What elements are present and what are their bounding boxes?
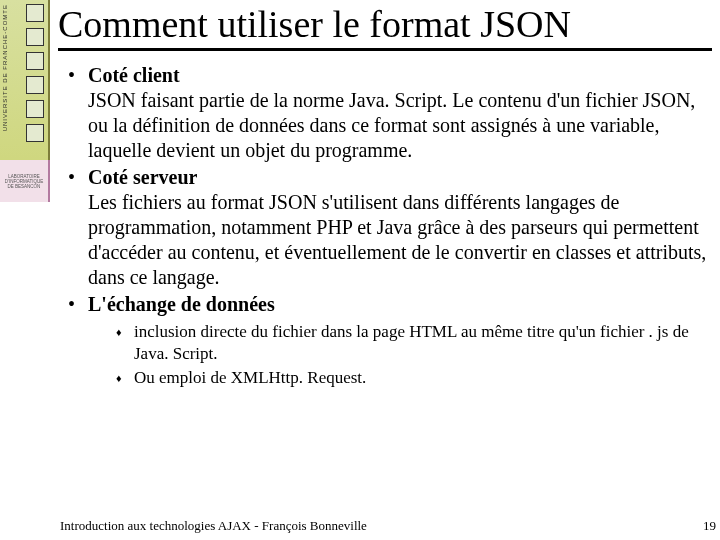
sidebar-ornament-icon	[26, 76, 44, 94]
slide-content: Comment utiliser le format JSON Coté cli…	[50, 0, 720, 540]
slide-title: Comment utiliser le format JSON	[58, 4, 712, 51]
bullet-head: Coté client	[88, 63, 712, 88]
bullet-item: L'échange de données inclusion directe d…	[68, 292, 712, 389]
sidebar-lab-label: LABORATOIRE D'INFORMATIQUE DE BESANCON	[2, 174, 46, 189]
sidebar-icon-stack	[26, 4, 44, 142]
bullet-item: Coté client JSON faisant partie de la no…	[68, 63, 712, 163]
sub-bullet-item: Ou emploi de XMLHttp. Request.	[116, 367, 712, 389]
sidebar-institution-label: UNIVERSITE DE FRANCHE-COMTE	[2, 4, 8, 131]
bullet-head: L'échange de données	[88, 292, 712, 317]
sidebar-spacer	[0, 202, 50, 540]
page-number: 19	[703, 518, 720, 534]
bullet-item: Coté serveur Les fichiers au format JSON…	[68, 165, 712, 290]
sidebar-institution-block: UNIVERSITE DE FRANCHE-COMTE	[0, 0, 50, 160]
sidebar-ornament-icon	[26, 52, 44, 70]
sidebar-ornament-icon	[26, 124, 44, 142]
sidebar: UNIVERSITE DE FRANCHE-COMTE LABORATOIRE …	[0, 0, 50, 540]
sidebar-ornament-icon	[26, 4, 44, 22]
sidebar-ornament-icon	[26, 100, 44, 118]
footer-text: Introduction aux technologies AJAX - Fra…	[60, 518, 367, 534]
sub-bullet-list: inclusion directe du fichier dans la pag…	[88, 317, 712, 389]
slide-footer: Introduction aux technologies AJAX - Fra…	[60, 518, 720, 534]
sidebar-ornament-icon	[26, 28, 44, 46]
bullet-body: JSON faisant partie de la norme Java. Sc…	[88, 88, 712, 163]
bullet-head: Coté serveur	[88, 165, 712, 190]
sub-bullet-item: inclusion directe du fichier dans la pag…	[116, 321, 712, 365]
bullet-list: Coté client JSON faisant partie de la no…	[58, 57, 712, 389]
sidebar-lab-block: LABORATOIRE D'INFORMATIQUE DE BESANCON	[0, 160, 50, 202]
bullet-body: Les fichiers au format JSON s'utilisent …	[88, 190, 712, 290]
